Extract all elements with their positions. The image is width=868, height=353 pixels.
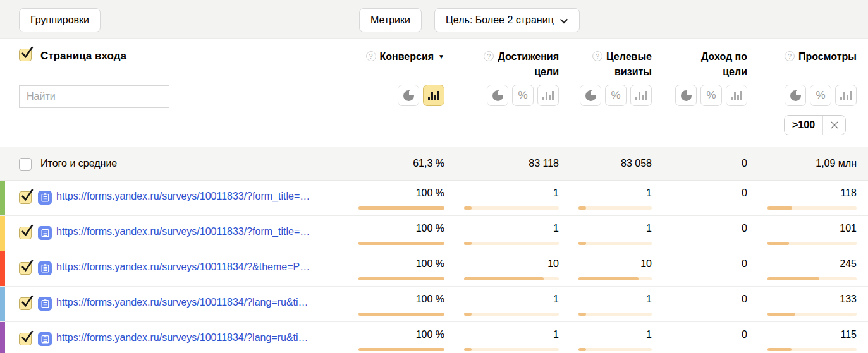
pageviews-bar <box>767 206 857 210</box>
help-icon[interactable]: ? <box>785 51 795 61</box>
percent-icon: % <box>611 89 620 102</box>
page-icon[interactable] <box>38 226 52 240</box>
column-label: Достижения цели <box>498 51 559 77</box>
percent-toggle[interactable]: % <box>512 85 534 106</box>
dimension-checkbox[interactable] <box>19 49 32 61</box>
check-icon <box>20 188 34 202</box>
pie-icon <box>681 90 692 101</box>
clipboard-icon <box>41 229 49 237</box>
goal-visits-bar <box>578 277 652 280</box>
row-url-link[interactable]: https://forms.yandex.ru/surveys/10011834… <box>56 261 310 273</box>
search-input[interactable] <box>19 85 169 108</box>
help-icon[interactable]: ? <box>484 51 494 61</box>
goal-reaches-bar <box>464 242 559 245</box>
row-checkbox[interactable] <box>19 191 32 204</box>
row-color-strip <box>0 322 5 353</box>
filter-value[interactable]: >100 <box>785 116 823 135</box>
pie-chart-toggle[interactable] <box>398 85 419 106</box>
check-icon <box>20 329 34 344</box>
chart-toggles-goal-revenue: % <box>656 85 747 106</box>
page-icon[interactable] <box>38 332 52 346</box>
pie-chart-toggle[interactable] <box>487 85 508 106</box>
column-header-goal-visits[interactable]: ?Целевые визиты <box>560 49 652 80</box>
row-color-strip <box>0 216 5 251</box>
column-label: Конверсия <box>380 51 434 62</box>
table-row: https://forms.yandex.ru/surveys/10011834… <box>0 251 868 287</box>
cell-goal-reaches: 10 <box>451 251 559 286</box>
groupings-button[interactable]: Группировки <box>19 8 101 32</box>
row-checkbox[interactable] <box>19 333 32 345</box>
pie-icon <box>790 90 801 101</box>
column-label: Доход по цели <box>701 51 747 77</box>
pie-chart-toggle[interactable] <box>675 85 697 106</box>
cell-conversion: 100 % <box>350 181 444 215</box>
page-icon[interactable] <box>38 261 52 275</box>
row-checkbox[interactable] <box>19 227 32 239</box>
totals-goal-visits: 83 058 <box>560 147 652 180</box>
bar-chart-icon <box>840 90 852 100</box>
bar-chart-toggle[interactable] <box>835 85 857 106</box>
percent-toggle[interactable]: % <box>810 85 831 106</box>
row-url-link[interactable]: https://forms.yandex.ru/surveys/10011834… <box>56 332 309 344</box>
goal-reaches-bar <box>464 206 559 210</box>
bar-chart-toggle[interactable] <box>423 85 444 106</box>
pageviews-bar <box>767 348 857 351</box>
goal-select-label: Цель: Более 2 страниц <box>446 15 554 26</box>
cell-goal-reaches: 1 <box>451 322 559 353</box>
cell-pageviews: 115 <box>762 322 857 353</box>
table-row: https://forms.yandex.ru/surveys/10011834… <box>0 322 868 353</box>
row-url-link[interactable]: https://forms.yandex.ru/surveys/10011834… <box>56 297 309 308</box>
goal-reaches-bar <box>464 277 559 280</box>
row-checkbox[interactable] <box>19 262 32 275</box>
cell-goal-visits: 1 <box>560 287 652 321</box>
column-header-pageviews[interactable]: ?Просмотры <box>762 49 857 64</box>
page-icon[interactable] <box>38 297 52 311</box>
clipboard-icon <box>41 299 49 308</box>
filter-clear-button[interactable] <box>823 116 845 135</box>
clipboard-icon <box>41 264 49 273</box>
pie-chart-toggle[interactable] <box>580 85 601 106</box>
chart-toggles-pageviews: % <box>762 85 857 106</box>
cell-pageviews: 245 <box>762 251 857 286</box>
column-header-conversion[interactable]: ?Конверсия▼ <box>350 49 444 64</box>
row-url-link[interactable]: https://forms.yandex.ru/surveys/10011833… <box>56 191 310 202</box>
cell-conversion: 100 % <box>350 322 444 353</box>
conversion-bar <box>358 277 444 280</box>
row-checkbox[interactable] <box>19 297 32 310</box>
cell-goal-visits: 1 <box>560 181 652 215</box>
row-url-link[interactable]: https://forms.yandex.ru/surveys/10011833… <box>56 226 310 237</box>
totals-pageviews: 1,09 млн <box>762 147 857 180</box>
bar-chart-toggle[interactable] <box>726 85 747 106</box>
bar-chart-toggle[interactable] <box>630 85 652 106</box>
help-icon[interactable]: ? <box>366 51 376 61</box>
chart-toggles-goal-visits: % <box>560 85 652 106</box>
goal-visits-bar <box>578 313 652 316</box>
goal-select-button[interactable]: Цель: Более 2 страниц <box>434 8 580 32</box>
help-icon[interactable]: ? <box>592 51 602 61</box>
chart-toggles-conversion <box>350 85 444 106</box>
table-rows: https://forms.yandex.ru/surveys/10011833… <box>0 181 868 353</box>
percent-toggle[interactable]: % <box>700 85 722 106</box>
metrics-button[interactable]: Метрики <box>359 8 422 32</box>
check-icon <box>20 258 34 273</box>
row-color-strip <box>0 251 5 286</box>
close-icon <box>830 121 839 129</box>
page-icon[interactable] <box>38 191 52 205</box>
column-header-goal-revenue[interactable]: Доход по цели <box>656 49 747 80</box>
cell-pageviews: 133 <box>762 287 857 321</box>
bar-chart-toggle[interactable] <box>537 85 559 106</box>
toolbar: Группировки Метрики Цель: Более 2 страни… <box>0 0 868 39</box>
bar-chart-icon <box>731 90 742 100</box>
percent-toggle[interactable]: % <box>605 85 627 106</box>
clipboard-icon <box>41 193 49 202</box>
totals-conversion: 61,3 % <box>350 147 444 180</box>
pie-chart-toggle[interactable] <box>785 85 806 106</box>
pie-icon <box>403 90 414 101</box>
cell-goal-revenue: 0 <box>656 216 747 251</box>
select-all-checkbox[interactable] <box>19 158 32 171</box>
dimension-title: Страница входа <box>40 50 126 63</box>
pie-icon <box>585 90 596 101</box>
column-header-goal-reaches[interactable]: ?Достижения цели <box>451 49 559 80</box>
cell-pageviews: 118 <box>762 181 857 215</box>
row-color-strip <box>0 287 5 321</box>
